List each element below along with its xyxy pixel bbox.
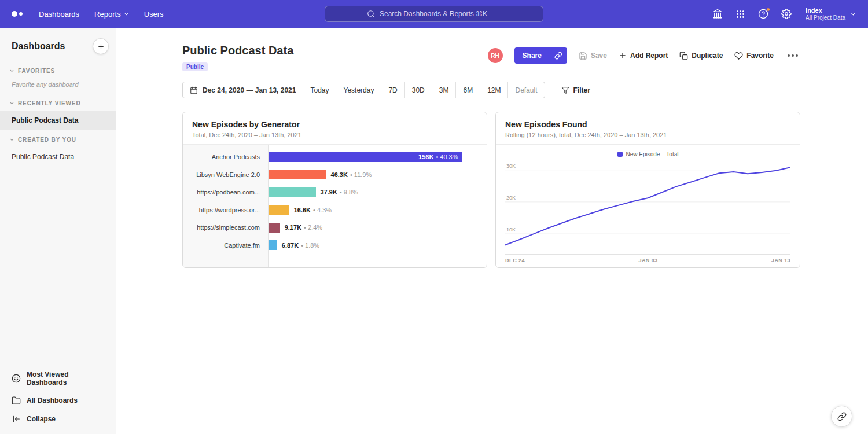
line-chart-title: New Episodes Found (505, 120, 790, 129)
app-window: DashboardsReportsUsers Ind (0, 0, 868, 434)
sidebar-section-label: CREATED BY YOU (18, 137, 76, 143)
date-preset-today[interactable]: Today (303, 82, 336, 98)
sidebar-footer-item-most-viewed-dashboards[interactable]: Most Viewed Dashboards (0, 366, 116, 391)
search-icon (367, 10, 375, 18)
line-chart-card[interactable]: New Episodes Found Rolling (12 hours), t… (495, 112, 800, 268)
sidebar-section-header-recently-viewed[interactable]: RECENTLY VIEWED (0, 94, 116, 111)
bar-category-label: Anchor Podcasts (183, 148, 268, 166)
plus-icon (619, 52, 627, 60)
page-title: Public Podcast Data (182, 44, 293, 57)
bar-segment[interactable]: 156K• 40.3% (269, 152, 462, 162)
chevron-down-icon (9, 68, 14, 73)
line-chart-svg: 10K20K30K (505, 160, 790, 255)
bar-chart-card[interactable]: New Episodes by Generator Total, Dec 24t… (182, 112, 487, 268)
share-link-button[interactable] (550, 47, 567, 64)
nav-item-users[interactable]: Users (144, 10, 164, 19)
calendar-icon (190, 86, 198, 94)
date-range-label: Dec 24, 2020 — Jan 13, 2021 (203, 86, 296, 94)
bar-row: 46.3K• 11.9% (269, 166, 475, 184)
share-button[interactable]: Share (514, 47, 550, 64)
duplicate-button[interactable]: Duplicate (679, 52, 723, 60)
date-preset-30d[interactable]: 30D (404, 82, 432, 98)
date-range-group: Dec 24, 2020 — Jan 13, 2021 TodayYesterd… (182, 82, 545, 98)
main-content: Public Podcast Data Public RH Share Save (116, 28, 868, 434)
nav-item-reports[interactable]: Reports (94, 10, 129, 19)
more-options-button[interactable] (785, 52, 800, 59)
avatar[interactable]: RH (488, 48, 503, 63)
bar-category-label: https://wordpress.or... (183, 201, 268, 219)
add-report-label: Add Report (630, 52, 668, 60)
x-tick-label: JAN 03 (639, 258, 658, 263)
collapse-icon (12, 414, 21, 424)
date-preset-yesterday[interactable]: Yesterday (336, 82, 381, 98)
link-icon (554, 52, 562, 60)
sidebar-footer-item-all-dashboards[interactable]: All Dashboards (0, 391, 116, 410)
bar-segment[interactable] (269, 223, 280, 233)
sidebar-item-public-podcast-data[interactable]: Public Podcast Data (0, 147, 116, 167)
bar-chart-labels: Anchor PodcastsLibsyn WebEngine 2.0https… (183, 145, 269, 267)
line-series (505, 167, 790, 245)
add-report-button[interactable]: Add Report (619, 52, 668, 60)
project-switcher[interactable]: Index All Project Data (806, 7, 856, 21)
chevron-down-icon (850, 11, 856, 17)
help-icon[interactable] (758, 9, 768, 19)
folder-icon (12, 396, 21, 405)
bar-percent-label: • 40.3% (436, 153, 458, 160)
bar-segment[interactable] (269, 205, 289, 215)
bar-percent-label: • 1.8% (301, 242, 319, 249)
y-tick-label: 20K (506, 195, 516, 201)
bar-segment[interactable] (269, 170, 326, 179)
add-dashboard-button[interactable] (93, 38, 109, 54)
settings-gear-icon[interactable] (781, 9, 792, 19)
sidebar-item-public-podcast-data[interactable]: Public Podcast Data (0, 111, 116, 130)
apps-grid-icon[interactable] (735, 9, 745, 19)
sidebar-footer-item-collapse[interactable]: Collapse (0, 410, 116, 428)
line-chart-subtitle: Rolling (12 hours), total, Dec 24th, 202… (505, 131, 790, 138)
save-button[interactable]: Save (579, 52, 607, 60)
bar-value-label: 6.87K (282, 242, 299, 249)
bar-value-label: 9.17K (285, 224, 301, 231)
bar-value-label: 156K (418, 153, 433, 160)
nav-item-label: Users (144, 10, 164, 19)
project-subtitle: All Project Data (806, 14, 845, 21)
bar-row: 37.9K• 9.8% (269, 183, 475, 201)
bar-segment[interactable] (269, 187, 316, 197)
bar-row: 9.17K• 2.4% (269, 219, 475, 237)
bar-category-label: Captivate.fm (183, 237, 268, 255)
duplicate-icon (679, 52, 688, 60)
bar-category-label: Libsyn WebEngine 2.0 (183, 166, 268, 184)
line-chart-x-labels: DEC 24JAN 03JAN 13 (505, 255, 790, 263)
date-preset-7d[interactable]: 7D (381, 82, 404, 98)
nav-right: Index All Project Data (712, 7, 856, 21)
mixpanel-logo[interactable] (12, 11, 23, 17)
date-preset-6m[interactable]: 6M (455, 82, 480, 98)
bar-chart-title: New Episodes by Generator (192, 120, 477, 129)
date-bar: Dec 24, 2020 — Jan 13, 2021 TodayYesterd… (182, 82, 800, 98)
date-preset-12m[interactable]: 12M (480, 82, 507, 98)
nav-item-label: Reports (94, 10, 121, 19)
data-warehouse-icon[interactable] (712, 9, 723, 19)
public-badge: Public (182, 62, 208, 71)
date-preset-default[interactable]: Default (507, 82, 544, 98)
bar-value-label: 37.9K (321, 189, 337, 196)
bar-segment[interactable] (269, 240, 277, 250)
bar-percent-label: • 9.8% (340, 189, 358, 196)
chevron-down-icon (9, 101, 14, 106)
bar-category-label: https://podbean.com... (183, 183, 268, 201)
search-input[interactable] (380, 10, 501, 18)
sidebar: Dashboards FAVORITESFavorite any dashboa… (0, 28, 116, 434)
date-range-picker[interactable]: Dec 24, 2020 — Jan 13, 2021 (183, 82, 303, 98)
y-tick-label: 30K (506, 163, 516, 169)
favorite-button[interactable]: Favorite (734, 52, 774, 60)
save-label: Save (591, 52, 607, 60)
sidebar-section-header-favorites[interactable]: FAVORITES (0, 61, 116, 78)
floating-link-button[interactable] (831, 406, 852, 427)
filter-button[interactable]: Filter (561, 86, 590, 94)
logo-dot-small (19, 12, 23, 16)
date-preset-3m[interactable]: 3M (432, 82, 456, 98)
sidebar-section-header-created-by-you[interactable]: CREATED BY YOU (0, 130, 116, 147)
bar-value-label: 16.6K (294, 207, 311, 214)
search-bar[interactable] (325, 6, 543, 22)
nav-item-dashboards[interactable]: Dashboards (39, 10, 79, 19)
chevron-down-icon (9, 137, 14, 142)
